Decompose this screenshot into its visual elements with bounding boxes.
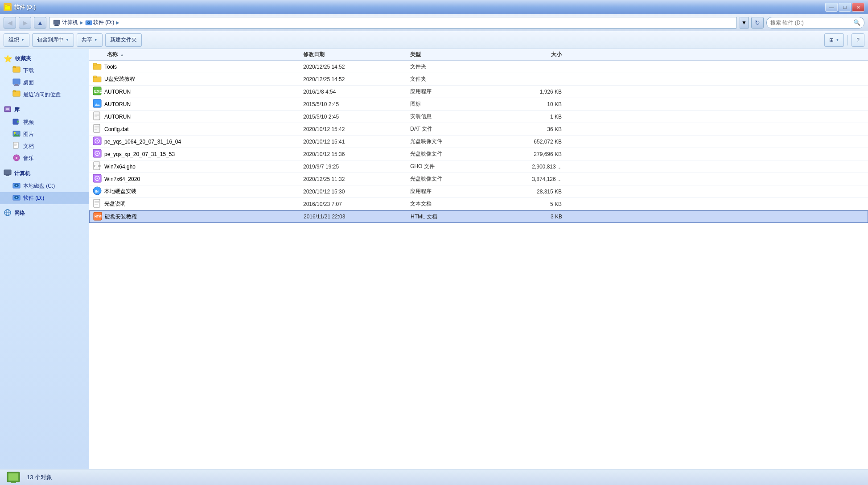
sidebar-item-disk-c[interactable]: 本地磁盘 (C:) — [0, 180, 89, 192]
title-bar: 软件 (D:) — □ ✕ — [0, 0, 868, 14]
file-date-cell: 2020/10/12 15:30 — [303, 189, 410, 195]
title-bar-text: 软件 (D:) — [14, 4, 36, 11]
svg-rect-0 — [5, 6, 10, 10]
file-icon — [93, 174, 102, 184]
sidebar-item-music[interactable]: 音乐 — [0, 152, 89, 164]
col-date[interactable]: 修改日期 — [303, 51, 410, 58]
disk-c-icon — [12, 181, 21, 191]
help-button[interactable]: ? — [852, 33, 864, 47]
svg-text:IN: IN — [95, 189, 99, 193]
toolbar: 组织 ▼ 包含到库中 ▼ 共享 ▼ 新建文件夹 ⊞ ▼ ? — [0, 31, 868, 49]
svg-point-7 — [88, 22, 89, 23]
file-name-text: AUTORUN — [104, 114, 131, 120]
file-size-cell: 652,072 KB — [499, 139, 571, 145]
sidebar-item-recent[interactable]: 最近访问的位置 — [0, 89, 89, 101]
table-row[interactable]: pe_yqs_1064_20_07_31_16_04 2020/10/12 15… — [89, 136, 868, 148]
svg-rect-77 — [8, 473, 18, 481]
organize-button[interactable]: 组织 ▼ — [4, 33, 29, 47]
file-date-cell: 2015/5/10 2:45 — [303, 101, 410, 107]
path-drive[interactable]: 软件 (D:) ▶ — [85, 19, 119, 26]
svg-rect-4 — [54, 25, 59, 26]
new-folder-button[interactable]: 新建文件夹 — [105, 33, 142, 47]
table-row[interactable]: EXE AUTORUN 2016/1/8 4:54 应用程序 1,926 KB — [89, 86, 868, 98]
music-icon — [12, 154, 21, 163]
svg-text:GHO: GHO — [94, 164, 102, 168]
search-input[interactable] — [770, 20, 852, 26]
sidebar-item-download[interactable]: 下载 — [0, 65, 89, 77]
table-row[interactable]: Config.dat 2020/10/12 15:42 DAT 文件 36 KB — [89, 123, 868, 136]
forward-button[interactable]: ▶ — [19, 17, 31, 29]
sidebar-library-title[interactable]: 库 — [0, 103, 89, 116]
sidebar-computer-title[interactable]: 计算机 — [0, 167, 89, 180]
file-size-cell: 1 KB — [499, 114, 571, 120]
file-name-cell: AUTORUN — [89, 99, 303, 109]
svg-point-34 — [16, 185, 17, 186]
minimize-button[interactable]: — — [825, 3, 838, 12]
file-size-cell: 3 KB — [500, 214, 571, 220]
include-library-button[interactable]: 包含到库中 ▼ — [32, 33, 74, 47]
col-name[interactable]: 名称 ▲ — [89, 51, 303, 58]
drive-icon — [85, 19, 92, 26]
table-row[interactable]: IN 本地硬盘安装 2020/10/12 15:30 应用程序 28,315 K… — [89, 185, 868, 198]
sidebar-favorites-title[interactable]: ⭐ 收藏夹 — [0, 53, 89, 65]
main-layout: ⭐ 收藏夹 下载 — [0, 49, 868, 469]
col-type[interactable]: 类型 — [410, 51, 499, 58]
sidebar-item-desktop[interactable]: 桌面 — [0, 77, 89, 89]
close-button[interactable]: ✕ — [852, 3, 864, 12]
share-button[interactable]: 共享 ▼ — [77, 33, 103, 47]
sidebar-network-label: 网络 — [14, 210, 25, 217]
table-row[interactable]: pe_yqs_xp_20_07_31_15_53 2020/10/12 15:3… — [89, 148, 868, 160]
file-size-cell: 279,696 KB — [499, 151, 571, 157]
table-row[interactable]: GHO Win7x64.gho 2019/9/7 19:25 GHO 文件 2,… — [89, 160, 868, 173]
document-icon — [12, 142, 21, 151]
svg-rect-12 — [14, 85, 19, 86]
view-arrow: ▼ — [835, 38, 839, 42]
file-size-cell: 10 KB — [499, 101, 571, 107]
download-label: 下载 — [23, 67, 34, 74]
file-name-text: AUTORUN — [104, 89, 131, 95]
view-button[interactable]: ⊞ ▼ — [824, 33, 844, 47]
refresh-button[interactable]: ↻ — [751, 17, 764, 29]
table-row[interactable]: Win7x64_2020 2020/12/25 11:32 光盘映像文件 3,8… — [89, 173, 868, 185]
table-row[interactable]: U盘安装教程 2020/12/25 14:52 文件夹 — [89, 73, 868, 86]
file-name-cell: Win7x64_2020 — [89, 174, 303, 184]
svg-rect-29 — [4, 170, 11, 175]
file-type-cell: 文本文档 — [410, 200, 499, 208]
include-library-arrow: ▼ — [66, 38, 69, 42]
share-label: 共享 — [82, 36, 92, 44]
search-box[interactable]: 🔍 — [766, 17, 864, 29]
desktop-label: 桌面 — [23, 79, 34, 86]
path-computer[interactable]: 计算机 ▶ — [62, 19, 83, 26]
address-path[interactable]: 计算机 ▶ 软件 (D:) ▶ — [49, 17, 737, 29]
table-row[interactable]: 光盘说明 2016/10/23 7:07 文本文档 5 KB — [89, 198, 868, 210]
back-button[interactable]: ◀ — [4, 17, 16, 29]
file-icon — [93, 149, 102, 159]
file-type-cell: 光盘映像文件 — [410, 150, 499, 158]
name-sort-indicator: ▲ — [120, 53, 124, 57]
sidebar-item-video[interactable]: 视频 — [0, 116, 89, 128]
file-name-cell: pe_yqs_1064_20_07_31_16_04 — [89, 136, 303, 147]
file-type-cell: 文件夹 — [410, 63, 499, 70]
table-row[interactable]: Tools 2020/12/25 14:52 文件夹 — [89, 61, 868, 73]
file-date-cell: 2020/12/25 14:52 — [303, 64, 410, 70]
sidebar-item-document[interactable]: 文档 — [0, 140, 89, 152]
file-name-text: 光盘说明 — [104, 200, 126, 208]
file-type-cell: 光盘映像文件 — [410, 175, 499, 183]
app-icon — [4, 3, 12, 11]
sidebar-item-picture[interactable]: 图片 — [0, 128, 89, 140]
table-row[interactable]: AUTORUN 2015/5/10 2:45 安装信息 1 KB — [89, 111, 868, 123]
computer-icon — [4, 169, 12, 178]
file-name-text: Win7x64.gho — [104, 164, 136, 170]
organize-label: 组织 — [8, 36, 19, 44]
sidebar-item-disk-d[interactable]: 软件 (D:) — [0, 192, 89, 204]
table-row[interactable]: HTML 硬盘安装教程 2016/11/21 22:03 HTML 文档 3 K… — [89, 210, 868, 223]
sidebar-network-title[interactable]: 网络 — [0, 207, 89, 220]
up-button[interactable]: ▲ — [34, 17, 46, 29]
table-row[interactable]: AUTORUN 2015/5/10 2:45 图标 10 KB — [89, 98, 868, 111]
col-size[interactable]: 大小 — [499, 51, 571, 58]
address-dropdown[interactable]: ▼ — [740, 17, 749, 29]
file-date-cell: 2016/1/8 4:54 — [303, 89, 410, 95]
file-size-cell: 2,900,813 ... — [499, 164, 571, 170]
maximize-button[interactable]: □ — [839, 3, 851, 12]
svg-point-59 — [97, 140, 98, 142]
